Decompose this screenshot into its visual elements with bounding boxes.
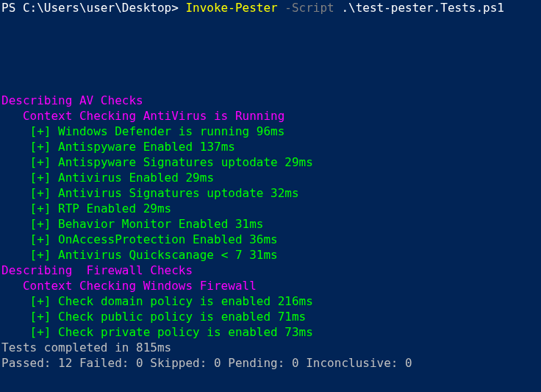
pass-icon: [+] — [30, 248, 51, 262]
pass-icon: [+] — [30, 325, 51, 339]
blank-area — [1, 15, 540, 93]
pass-icon: [+] — [30, 124, 51, 138]
test-duration: 216ms — [278, 294, 313, 308]
test-name: Antispyware Enabled — [58, 140, 193, 154]
powershell-terminal[interactable]: PS C:\Users\user\Desktop> Invoke-Pester … — [0, 0, 541, 371]
test-duration: 71ms — [278, 310, 307, 324]
test-duration: 96ms — [257, 124, 285, 138]
pass-icon: [+] — [30, 186, 51, 200]
test-name: RTP Enabled — [58, 202, 136, 215]
test-pass: [+] RTP Enabled 29ms — [1, 201, 540, 216]
test-name: Antivirus Signatures uptodate — [58, 186, 263, 200]
test-pass: [+] OnAccessProtection Enabled 36ms — [1, 232, 540, 247]
test-pass: [+] Check domain policy is enabled 216ms — [1, 293, 540, 309]
test-name: Check private policy is enabled — [58, 325, 278, 339]
param-name: -Script — [278, 1, 334, 15]
test-name: Antivirus Quickscanage < 7 — [58, 248, 242, 262]
pass-icon: [+] — [30, 140, 51, 154]
test-name: Behavior Monitor Enabled — [58, 217, 228, 231]
test-pass: [+] Check private policy is enabled 73ms — [1, 324, 540, 340]
test-name: OnAccessProtection Enabled — [58, 232, 242, 246]
test-pass: [+] Antispyware Enabled 137ms — [1, 139, 540, 154]
test-pass: [+] Antivirus Enabled 29ms — [1, 170, 540, 185]
test-pass: [+] Antivirus Signatures uptodate 32ms — [1, 185, 540, 201]
test-pass: [+] Behavior Monitor Enabled 31ms — [1, 216, 540, 232]
prompt-line: PS C:\Users\user\Desktop> Invoke-Pester … — [1, 0, 540, 15]
test-duration: 31ms — [249, 248, 278, 262]
test-name: Check public policy is enabled — [58, 310, 270, 324]
test-duration: 32ms — [270, 186, 299, 200]
pass-icon: [+] — [30, 310, 51, 324]
test-pass: [+] Antispyware Signatures uptodate 29ms — [1, 154, 540, 170]
ps-prompt: PS C:\Users\user\Desktop> — [1, 1, 185, 15]
context-header: Context Checking Windows Firewall — [1, 278, 540, 293]
test-name: Check domain policy is enabled — [58, 294, 270, 308]
pass-icon: [+] — [30, 294, 51, 308]
pass-icon: [+] — [30, 171, 51, 185]
test-name: Windows Defender is running — [58, 124, 249, 138]
test-duration: 31ms — [235, 217, 264, 231]
describe-header: Describing Firewall Checks — [1, 263, 540, 278]
pass-icon: [+] — [30, 232, 51, 246]
test-name: Antispyware Signatures uptodate — [58, 155, 278, 169]
context-header: Context Checking AntiVirus is Running — [1, 108, 540, 124]
pass-icon: [+] — [30, 217, 51, 231]
tests-summary-counts: Passed: 12 Failed: 0 Skipped: 0 Pending:… — [1, 355, 540, 371]
test-duration: 36ms — [249, 232, 278, 246]
test-duration: 73ms — [284, 325, 313, 339]
pass-icon: [+] — [30, 202, 51, 215]
cmdlet: Invoke-Pester — [185, 1, 277, 15]
describe-header: Describing AV Checks — [1, 93, 540, 108]
pass-icon: [+] — [30, 155, 51, 169]
test-duration: 29ms — [185, 171, 214, 185]
test-pass: [+] Windows Defender is running 96ms — [1, 124, 540, 139]
test-name: Antivirus Enabled — [58, 171, 179, 185]
tests-completed: Tests completed in 815ms — [1, 340, 540, 355]
test-duration: 29ms — [284, 155, 313, 169]
param-arg: .\test-pester.Tests.ps1 — [334, 1, 504, 15]
test-duration: 29ms — [143, 202, 172, 215]
test-pass: [+] Antivirus Quickscanage < 7 31ms — [1, 247, 540, 263]
test-pass: [+] Check public policy is enabled 71ms — [1, 309, 540, 324]
test-duration: 137ms — [200, 140, 235, 154]
